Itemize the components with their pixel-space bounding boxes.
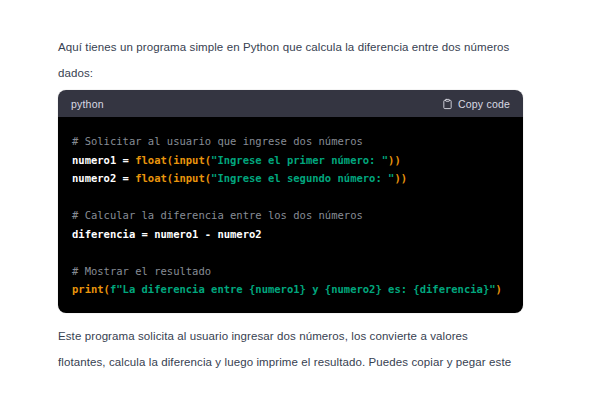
intro-paragraph: Aquí tienes un programa simple en Python…: [58, 34, 600, 86]
clipboard-icon: [442, 98, 453, 110]
code-line: # Calcular la diferencia entre los dos n…: [72, 206, 509, 225]
outro-line-1: Este programa solicita al usuario ingres…: [58, 323, 600, 349]
outro-paragraph: Este programa solicita al usuario ingres…: [58, 323, 600, 375]
code-line: # Mostrar el resultado: [72, 262, 509, 281]
code-block: python Copy code # Solicitar al usuario …: [58, 90, 523, 313]
code-block-header: python Copy code: [58, 90, 523, 117]
code-line: print(f"La diferencia entre {numero1} y …: [72, 280, 509, 299]
outro-line-2: flotantes, calcula la diferencia y luego…: [58, 349, 600, 375]
assistant-message: Aquí tienes un programa simple en Python…: [0, 0, 600, 375]
intro-line-1: Aquí tienes un programa simple en Python…: [58, 34, 600, 60]
copy-code-label: Copy code: [458, 98, 510, 110]
code-line: [72, 243, 509, 262]
copy-code-button[interactable]: Copy code: [442, 98, 510, 110]
intro-line-2: dados:: [58, 60, 600, 86]
code-content: # Solicitar al usuario que ingrese dos n…: [58, 117, 523, 313]
code-line: [72, 188, 509, 207]
code-line: numero2 = float(input("Ingrese el segund…: [72, 169, 509, 188]
code-line: numero1 = float(input("Ingrese el primer…: [72, 151, 509, 170]
code-line: # Solicitar al usuario que ingrese dos n…: [72, 132, 509, 151]
code-language-label: python: [71, 98, 104, 110]
code-line: diferencia = numero1 - numero2: [72, 225, 509, 244]
